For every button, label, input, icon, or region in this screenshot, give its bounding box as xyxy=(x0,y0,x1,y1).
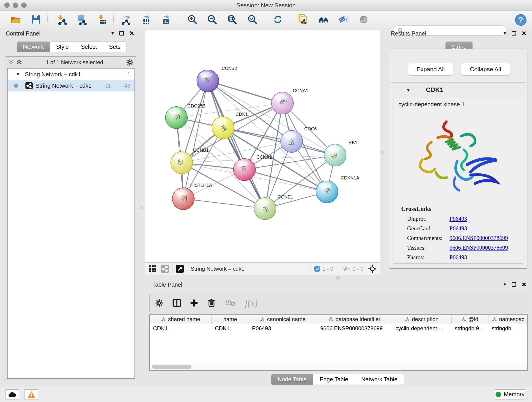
network-collection-row[interactable]: ▼ String Network – cdk1 1 xyxy=(7,69,134,80)
function-builder-fx[interactable]: f(x) xyxy=(245,298,258,308)
node-expander-icon[interactable]: ▼ xyxy=(406,88,411,93)
crosslink-link[interactable]: P06493 xyxy=(450,216,467,222)
cloud-button[interactable] xyxy=(6,389,19,400)
tree-expander-icon[interactable]: ▼ xyxy=(16,72,20,77)
table-cell[interactable]: CDK1 xyxy=(212,324,249,333)
tab-edge-table[interactable]: Edge Table xyxy=(313,374,355,385)
table-hscrollbar[interactable] xyxy=(150,364,527,370)
hscrollbar-thumb[interactable] xyxy=(152,365,191,369)
edge-HIST1H1A-CCNE1[interactable] xyxy=(183,199,265,209)
panel-menu-icon[interactable]: ▾ xyxy=(504,282,506,287)
gear-icon[interactable] xyxy=(126,59,133,66)
zoom-fit-button[interactable] xyxy=(225,13,239,26)
edge-CCNB2-HIST1H1A[interactable] xyxy=(183,81,208,199)
table-cell[interactable]: cyclin-dependent ... xyxy=(392,324,452,333)
delete-table-icon[interactable] xyxy=(225,300,235,306)
panel-float-icon[interactable] xyxy=(512,282,516,287)
edge-CCNA2-CDKN1A[interactable] xyxy=(244,170,327,192)
fit-selected-crosshair-icon[interactable] xyxy=(368,264,377,273)
crosslink-link[interactable]: P06493 xyxy=(450,225,467,232)
open-session-button[interactable] xyxy=(9,13,22,26)
panel-float-icon[interactable] xyxy=(512,31,516,36)
import-network-from-database-button[interactable] xyxy=(75,13,88,26)
crosslink-link[interactable]: 9606.ENSP00000378699 xyxy=(450,235,508,241)
refresh-layout-button[interactable] xyxy=(271,13,285,26)
network-view-canvas[interactable]: CCNB2CCNA1CDC25BCDK1CDC6RB1CCNB1CCNA2CDK… xyxy=(145,30,380,262)
node-CDC6[interactable] xyxy=(281,130,303,153)
node-CDK1[interactable] xyxy=(212,117,234,139)
hidden-eye-icon[interactable] xyxy=(342,266,350,272)
table-row[interactable]: CDK1CDK1P064939606.ENSP00000378699cyclin… xyxy=(150,324,527,333)
edge-CCNB2-CCNE1[interactable] xyxy=(208,81,265,209)
selected-checkbox-icon[interactable] xyxy=(314,266,320,272)
node-RB1[interactable] xyxy=(324,144,346,166)
grid-view-icon[interactable] xyxy=(149,265,157,273)
panel-menu-icon[interactable]: ▾ xyxy=(504,31,506,36)
table-cell[interactable]: P06493 xyxy=(249,324,317,333)
column-header-namespac[interactable]: namespac xyxy=(488,315,528,324)
node-CCNB1[interactable] xyxy=(171,152,193,174)
table-cell[interactable]: stringdb:9... xyxy=(452,324,488,333)
tab-sets[interactable]: Sets xyxy=(103,41,127,52)
table-cell[interactable]: CDK1 xyxy=(150,324,212,333)
node-CCNE1[interactable] xyxy=(254,198,276,220)
tab-network-table[interactable]: Network Table xyxy=(355,374,404,385)
crosslink-link[interactable]: P06493 xyxy=(450,254,467,261)
column-header-canonical-name[interactable]: canonical name xyxy=(249,315,317,324)
help-button[interactable]: ? xyxy=(514,13,527,27)
show-columns-icon[interactable] xyxy=(172,299,181,307)
panel-close-icon[interactable] xyxy=(522,31,526,36)
left-splitter-handle[interactable] xyxy=(140,206,143,209)
node-CDKN1A[interactable] xyxy=(316,181,338,203)
collapse-all-button[interactable]: Collapse All xyxy=(461,63,510,76)
panel-float-icon[interactable] xyxy=(119,31,124,36)
import-table-from-file-button[interactable] xyxy=(95,13,109,26)
expand-all-icon[interactable] xyxy=(16,59,23,65)
memory-button[interactable]: Memory xyxy=(495,389,525,400)
table-cell[interactable]: stringdb xyxy=(488,324,528,333)
column-header-shared-name[interactable]: shared name xyxy=(150,315,212,324)
right-splitter-handle[interactable] xyxy=(381,151,385,154)
column-header-description[interactable]: description xyxy=(392,315,452,324)
first-neighbors-button[interactable] xyxy=(317,13,330,26)
add-column-plus-icon[interactable] xyxy=(190,299,198,307)
tab-node-table[interactable]: Node Table xyxy=(271,374,313,385)
node-HIST1H1A[interactable] xyxy=(172,188,194,210)
export-table-button[interactable] xyxy=(139,13,152,26)
panel-menu-icon[interactable]: ▾ xyxy=(111,31,114,36)
delete-column-trash-icon[interactable] xyxy=(207,299,215,307)
column-header-name[interactable]: name xyxy=(212,315,249,324)
zoom-out-button[interactable] xyxy=(206,13,219,26)
network-row[interactable]: String Network – cdk1 11 48 xyxy=(7,80,134,91)
panel-close-icon[interactable] xyxy=(522,282,526,287)
network-view-icon[interactable] xyxy=(161,265,169,273)
table-cell[interactable]: 9606.ENSP00000378699 xyxy=(317,324,392,333)
export-image-button[interactable] xyxy=(159,13,172,26)
column-header-database-identifier[interactable]: database identifier xyxy=(317,315,392,324)
import-network-from-file-button[interactable] xyxy=(56,13,69,26)
expand-all-button[interactable]: Expand All xyxy=(408,63,453,76)
hide-selected-button[interactable] xyxy=(336,13,350,26)
column-header--id[interactable]: @id xyxy=(452,315,488,324)
zoom-in-button[interactable] xyxy=(186,13,199,26)
birdseye-view-icon[interactable] xyxy=(176,265,184,273)
panel-close-icon[interactable] xyxy=(129,31,134,36)
export-network-button[interactable] xyxy=(120,13,133,26)
node-CCNA2[interactable] xyxy=(234,159,255,181)
node-CCNA1[interactable] xyxy=(272,92,293,114)
bottom-splitter-handle[interactable] xyxy=(336,276,340,280)
save-session-button[interactable] xyxy=(29,13,43,26)
table-settings-gear-icon[interactable] xyxy=(155,299,163,307)
zoom-selected-button[interactable] xyxy=(246,13,259,26)
tab-network[interactable]: Network xyxy=(17,41,50,52)
clone-network-button[interactable] xyxy=(297,13,310,26)
show-all-button[interactable] xyxy=(357,13,370,26)
node-CCNB2[interactable] xyxy=(197,70,219,92)
warnings-button[interactable] xyxy=(25,389,38,400)
collapse-all-icon[interactable] xyxy=(7,59,14,65)
tab-select[interactable]: Select xyxy=(75,41,103,52)
node-CDC25B[interactable] xyxy=(165,107,187,128)
tab-style[interactable]: Style xyxy=(50,41,75,52)
edge-CCNB2-CCNA1[interactable] xyxy=(208,81,283,103)
crosslink-link[interactable]: 9606.ENSP00000378699 xyxy=(450,245,508,251)
